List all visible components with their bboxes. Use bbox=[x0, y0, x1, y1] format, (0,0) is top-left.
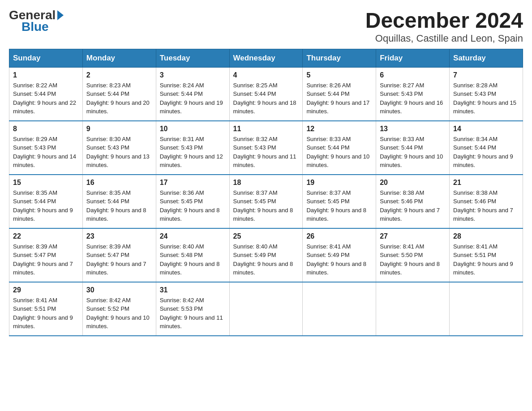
calendar-cell: 16 Sunrise: 8:35 AMSunset: 5:44 PMDaylig… bbox=[82, 175, 156, 228]
day-info: Sunrise: 8:37 AMSunset: 5:45 PMDaylight:… bbox=[306, 188, 372, 223]
calendar-cell: 25 Sunrise: 8:40 AMSunset: 5:49 PMDaylig… bbox=[229, 228, 303, 282]
day-number: 12 bbox=[306, 125, 372, 133]
day-number: 4 bbox=[233, 71, 299, 79]
logo-blue-text: Blue bbox=[21, 21, 49, 33]
day-info: Sunrise: 8:23 AMSunset: 5:44 PMDaylight:… bbox=[86, 81, 152, 116]
day-number: 30 bbox=[86, 286, 152, 294]
page-header: General Blue December 2024 Oquillas, Cas… bbox=[9, 9, 523, 44]
day-number: 2 bbox=[86, 71, 152, 79]
calendar-cell: 27 Sunrise: 8:41 AMSunset: 5:50 PMDaylig… bbox=[376, 228, 450, 282]
calendar-cell: 24 Sunrise: 8:40 AMSunset: 5:48 PMDaylig… bbox=[156, 228, 229, 282]
day-number: 7 bbox=[453, 71, 519, 79]
title-block: December 2024 Oquillas, Castille and Leo… bbox=[365, 9, 523, 44]
day-info: Sunrise: 8:41 AMSunset: 5:51 PMDaylight:… bbox=[453, 242, 519, 277]
day-number: 14 bbox=[453, 125, 519, 133]
calendar-cell bbox=[450, 282, 523, 336]
day-info: Sunrise: 8:38 AMSunset: 5:46 PMDaylight:… bbox=[453, 188, 519, 223]
day-number: 16 bbox=[86, 179, 152, 187]
calendar-cell: 31 Sunrise: 8:42 AMSunset: 5:53 PMDaylig… bbox=[156, 282, 229, 336]
day-info: Sunrise: 8:42 AMSunset: 5:53 PMDaylight:… bbox=[160, 296, 226, 331]
calendar-cell: 5 Sunrise: 8:26 AMSunset: 5:44 PMDayligh… bbox=[303, 67, 376, 121]
day-number: 1 bbox=[13, 71, 79, 79]
calendar-cell bbox=[229, 282, 303, 336]
calendar-cell: 10 Sunrise: 8:31 AMSunset: 5:43 PMDaylig… bbox=[156, 121, 229, 175]
day-number: 25 bbox=[233, 232, 299, 240]
day-info: Sunrise: 8:24 AMSunset: 5:44 PMDaylight:… bbox=[160, 81, 226, 116]
day-number: 15 bbox=[13, 179, 79, 187]
day-number: 9 bbox=[86, 125, 152, 133]
calendar-cell: 11 Sunrise: 8:32 AMSunset: 5:43 PMDaylig… bbox=[229, 121, 303, 175]
calendar-cell: 4 Sunrise: 8:25 AMSunset: 5:44 PMDayligh… bbox=[229, 67, 303, 121]
calendar-cell: 20 Sunrise: 8:38 AMSunset: 5:46 PMDaylig… bbox=[376, 175, 450, 228]
day-number: 31 bbox=[160, 286, 226, 294]
day-number: 8 bbox=[13, 125, 79, 133]
calendar-week-5: 29 Sunrise: 8:41 AMSunset: 5:51 PMDaylig… bbox=[9, 282, 523, 336]
calendar-cell bbox=[376, 282, 450, 336]
col-wednesday: Wednesday bbox=[229, 49, 303, 67]
day-info: Sunrise: 8:42 AMSunset: 5:52 PMDaylight:… bbox=[86, 296, 152, 331]
day-info: Sunrise: 8:40 AMSunset: 5:49 PMDaylight:… bbox=[233, 242, 299, 277]
day-info: Sunrise: 8:37 AMSunset: 5:45 PMDaylight:… bbox=[233, 188, 299, 223]
day-number: 24 bbox=[160, 232, 226, 240]
col-tuesday: Tuesday bbox=[156, 49, 229, 67]
day-info: Sunrise: 8:41 AMSunset: 5:49 PMDaylight:… bbox=[306, 242, 372, 277]
day-info: Sunrise: 8:36 AMSunset: 5:45 PMDaylight:… bbox=[160, 188, 226, 223]
day-info: Sunrise: 8:30 AMSunset: 5:43 PMDaylight:… bbox=[86, 135, 152, 170]
calendar-body: 1 Sunrise: 8:22 AMSunset: 5:44 PMDayligh… bbox=[9, 67, 523, 336]
day-number: 5 bbox=[306, 71, 372, 79]
calendar-cell: 3 Sunrise: 8:24 AMSunset: 5:44 PMDayligh… bbox=[156, 67, 229, 121]
calendar-cell: 28 Sunrise: 8:41 AMSunset: 5:51 PMDaylig… bbox=[450, 228, 523, 282]
calendar-cell: 21 Sunrise: 8:38 AMSunset: 5:46 PMDaylig… bbox=[450, 175, 523, 228]
calendar-cell: 7 Sunrise: 8:28 AMSunset: 5:43 PMDayligh… bbox=[450, 67, 523, 121]
calendar-week-3: 15 Sunrise: 8:35 AMSunset: 5:44 PMDaylig… bbox=[9, 175, 523, 228]
day-info: Sunrise: 8:39 AMSunset: 5:47 PMDaylight:… bbox=[86, 242, 152, 277]
day-number: 11 bbox=[233, 125, 299, 133]
page-title: December 2024 bbox=[365, 9, 523, 33]
day-info: Sunrise: 8:38 AMSunset: 5:46 PMDaylight:… bbox=[380, 188, 446, 223]
day-number: 29 bbox=[13, 286, 79, 294]
day-info: Sunrise: 8:41 AMSunset: 5:51 PMDaylight:… bbox=[13, 296, 79, 331]
calendar-cell: 12 Sunrise: 8:33 AMSunset: 5:44 PMDaylig… bbox=[303, 121, 376, 175]
day-info: Sunrise: 8:33 AMSunset: 5:44 PMDaylight:… bbox=[380, 135, 446, 170]
day-info: Sunrise: 8:40 AMSunset: 5:48 PMDaylight:… bbox=[160, 242, 226, 277]
logo: General Blue bbox=[9, 9, 64, 33]
calendar-cell bbox=[303, 282, 376, 336]
calendar-cell: 8 Sunrise: 8:29 AMSunset: 5:43 PMDayligh… bbox=[9, 121, 83, 175]
calendar-cell: 1 Sunrise: 8:22 AMSunset: 5:44 PMDayligh… bbox=[9, 67, 83, 121]
calendar-cell: 14 Sunrise: 8:34 AMSunset: 5:44 PMDaylig… bbox=[450, 121, 523, 175]
page-subtitle: Oquillas, Castille and Leon, Spain bbox=[365, 33, 523, 44]
day-info: Sunrise: 8:25 AMSunset: 5:44 PMDaylight:… bbox=[233, 81, 299, 116]
day-number: 26 bbox=[306, 232, 372, 240]
day-info: Sunrise: 8:35 AMSunset: 5:44 PMDaylight:… bbox=[86, 188, 152, 223]
col-thursday: Thursday bbox=[303, 49, 376, 67]
day-info: Sunrise: 8:31 AMSunset: 5:43 PMDaylight:… bbox=[160, 135, 226, 170]
col-sunday: Sunday bbox=[9, 49, 83, 67]
calendar-header: Sunday Monday Tuesday Wednesday Thursday… bbox=[9, 49, 523, 67]
day-info: Sunrise: 8:32 AMSunset: 5:43 PMDaylight:… bbox=[233, 135, 299, 170]
calendar-table: Sunday Monday Tuesday Wednesday Thursday… bbox=[9, 49, 523, 336]
calendar-week-2: 8 Sunrise: 8:29 AMSunset: 5:43 PMDayligh… bbox=[9, 121, 523, 175]
day-number: 23 bbox=[86, 232, 152, 240]
col-friday: Friday bbox=[376, 49, 450, 67]
day-number: 27 bbox=[380, 232, 446, 240]
calendar-cell: 30 Sunrise: 8:42 AMSunset: 5:52 PMDaylig… bbox=[82, 282, 156, 336]
day-info: Sunrise: 8:34 AMSunset: 5:44 PMDaylight:… bbox=[453, 135, 519, 170]
calendar-cell: 6 Sunrise: 8:27 AMSunset: 5:43 PMDayligh… bbox=[376, 67, 450, 121]
calendar-cell: 29 Sunrise: 8:41 AMSunset: 5:51 PMDaylig… bbox=[9, 282, 83, 336]
day-number: 19 bbox=[306, 179, 372, 187]
calendar-cell: 18 Sunrise: 8:37 AMSunset: 5:45 PMDaylig… bbox=[229, 175, 303, 228]
day-number: 17 bbox=[160, 179, 226, 187]
day-number: 18 bbox=[233, 179, 299, 187]
day-info: Sunrise: 8:27 AMSunset: 5:43 PMDaylight:… bbox=[380, 81, 446, 116]
calendar-cell: 15 Sunrise: 8:35 AMSunset: 5:44 PMDaylig… bbox=[9, 175, 83, 228]
calendar-cell: 2 Sunrise: 8:23 AMSunset: 5:44 PMDayligh… bbox=[82, 67, 156, 121]
col-monday: Monday bbox=[82, 49, 156, 67]
day-info: Sunrise: 8:41 AMSunset: 5:50 PMDaylight:… bbox=[380, 242, 446, 277]
day-number: 3 bbox=[160, 71, 226, 79]
calendar-week-1: 1 Sunrise: 8:22 AMSunset: 5:44 PMDayligh… bbox=[9, 67, 523, 121]
day-info: Sunrise: 8:28 AMSunset: 5:43 PMDaylight:… bbox=[453, 81, 519, 116]
col-saturday: Saturday bbox=[450, 49, 523, 67]
day-info: Sunrise: 8:35 AMSunset: 5:44 PMDaylight:… bbox=[13, 188, 79, 223]
calendar-cell: 23 Sunrise: 8:39 AMSunset: 5:47 PMDaylig… bbox=[82, 228, 156, 282]
day-number: 21 bbox=[453, 179, 519, 187]
